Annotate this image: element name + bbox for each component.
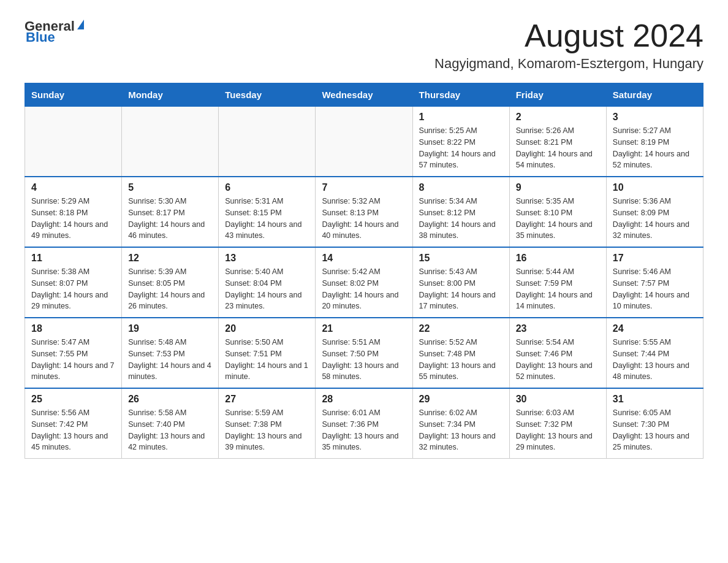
- calendar-cell-3-1: 11Sunrise: 5:38 AMSunset: 8:07 PMDayligh…: [25, 247, 122, 318]
- day-info: Sunrise: 5:35 AMSunset: 8:10 PMDaylight:…: [516, 196, 600, 242]
- day-number: 22: [419, 323, 503, 334]
- day-number: 28: [322, 394, 406, 405]
- day-info: Sunrise: 5:26 AMSunset: 8:21 PMDaylight:…: [516, 125, 600, 171]
- day-info: Sunrise: 5:50 AMSunset: 7:51 PMDaylight:…: [225, 337, 309, 383]
- calendar-cell-1-7: 3Sunrise: 5:27 AMSunset: 8:19 PMDaylight…: [606, 107, 703, 177]
- day-number: 23: [516, 323, 600, 334]
- day-info: Sunrise: 5:29 AMSunset: 8:18 PMDaylight:…: [31, 196, 115, 242]
- day-info: Sunrise: 5:42 AMSunset: 8:02 PMDaylight:…: [322, 266, 406, 312]
- month-year-title: August 2024: [434, 18, 703, 53]
- day-info: Sunrise: 6:02 AMSunset: 7:34 PMDaylight:…: [419, 407, 503, 453]
- day-number: 8: [419, 182, 503, 193]
- day-number: 5: [128, 182, 212, 193]
- day-info: Sunrise: 5:55 AMSunset: 7:44 PMDaylight:…: [613, 337, 697, 383]
- day-number: 21: [322, 323, 406, 334]
- logo: General Blue: [25, 18, 84, 45]
- calendar-cell-2-4: 7Sunrise: 5:32 AMSunset: 8:13 PMDaylight…: [316, 177, 412, 247]
- weekday-header-friday: Friday: [509, 83, 606, 107]
- day-info: Sunrise: 6:05 AMSunset: 7:30 PMDaylight:…: [613, 407, 697, 453]
- day-number: 14: [322, 253, 406, 264]
- calendar-cell-3-7: 17Sunrise: 5:46 AMSunset: 7:57 PMDayligh…: [606, 247, 703, 318]
- calendar-header-row: SundayMondayTuesdayWednesdayThursdayFrid…: [25, 83, 703, 107]
- week-row-2: 4Sunrise: 5:29 AMSunset: 8:18 PMDaylight…: [25, 177, 703, 247]
- weekday-header-wednesday: Wednesday: [316, 83, 412, 107]
- calendar-cell-1-5: 1Sunrise: 5:25 AMSunset: 8:22 PMDaylight…: [412, 107, 509, 177]
- day-info: Sunrise: 6:01 AMSunset: 7:36 PMDaylight:…: [322, 407, 406, 453]
- week-row-1: 1Sunrise: 5:25 AMSunset: 8:22 PMDaylight…: [25, 107, 703, 177]
- day-info: Sunrise: 5:54 AMSunset: 7:46 PMDaylight:…: [516, 337, 600, 383]
- week-row-4: 18Sunrise: 5:47 AMSunset: 7:55 PMDayligh…: [25, 318, 703, 388]
- day-info: Sunrise: 5:58 AMSunset: 7:40 PMDaylight:…: [128, 407, 212, 453]
- day-info: Sunrise: 5:34 AMSunset: 8:12 PMDaylight:…: [419, 196, 503, 242]
- day-number: 15: [419, 253, 503, 264]
- day-info: Sunrise: 5:47 AMSunset: 7:55 PMDaylight:…: [31, 337, 115, 383]
- day-info: Sunrise: 5:56 AMSunset: 7:42 PMDaylight:…: [31, 407, 115, 453]
- day-number: 25: [31, 394, 115, 405]
- calendar-cell-5-3: 27Sunrise: 5:59 AMSunset: 7:38 PMDayligh…: [219, 388, 316, 459]
- calendar-cell-4-6: 23Sunrise: 5:54 AMSunset: 7:46 PMDayligh…: [509, 318, 606, 388]
- day-info: Sunrise: 5:51 AMSunset: 7:50 PMDaylight:…: [322, 337, 406, 383]
- day-info: Sunrise: 5:44 AMSunset: 7:59 PMDaylight:…: [516, 266, 600, 312]
- page-header: General Blue August 2024 Nagyigmand, Kom…: [25, 18, 703, 72]
- calendar-cell-1-1: [25, 107, 122, 177]
- day-number: 7: [322, 182, 406, 193]
- day-info: Sunrise: 6:03 AMSunset: 7:32 PMDaylight:…: [516, 407, 600, 453]
- day-number: 20: [225, 323, 309, 334]
- calendar-cell-2-6: 9Sunrise: 5:35 AMSunset: 8:10 PMDaylight…: [509, 177, 606, 247]
- calendar-cell-1-6: 2Sunrise: 5:26 AMSunset: 8:21 PMDaylight…: [509, 107, 606, 177]
- calendar-cell-5-4: 28Sunrise: 6:01 AMSunset: 7:36 PMDayligh…: [316, 388, 412, 459]
- calendar-cell-1-3: [219, 107, 316, 177]
- calendar-table: SundayMondayTuesdayWednesdayThursdayFrid…: [25, 83, 703, 459]
- week-row-5: 25Sunrise: 5:56 AMSunset: 7:42 PMDayligh…: [25, 388, 703, 459]
- day-number: 11: [31, 253, 115, 264]
- logo-blue: Blue: [26, 29, 55, 45]
- calendar-cell-4-5: 22Sunrise: 5:52 AMSunset: 7:48 PMDayligh…: [412, 318, 509, 388]
- calendar-cell-3-4: 14Sunrise: 5:42 AMSunset: 8:02 PMDayligh…: [316, 247, 412, 318]
- calendar-cell-1-4: [316, 107, 412, 177]
- day-number: 2: [516, 112, 600, 123]
- calendar-cell-2-2: 5Sunrise: 5:30 AMSunset: 8:17 PMDaylight…: [122, 177, 219, 247]
- calendar-cell-4-4: 21Sunrise: 5:51 AMSunset: 7:50 PMDayligh…: [316, 318, 412, 388]
- day-number: 12: [128, 253, 212, 264]
- day-info: Sunrise: 5:43 AMSunset: 8:00 PMDaylight:…: [419, 266, 503, 312]
- calendar-cell-4-3: 20Sunrise: 5:50 AMSunset: 7:51 PMDayligh…: [219, 318, 316, 388]
- day-info: Sunrise: 5:39 AMSunset: 8:05 PMDaylight:…: [128, 266, 212, 312]
- logo-triangle-icon: [77, 20, 84, 29]
- day-info: Sunrise: 5:30 AMSunset: 8:17 PMDaylight:…: [128, 196, 212, 242]
- calendar-cell-3-6: 16Sunrise: 5:44 AMSunset: 7:59 PMDayligh…: [509, 247, 606, 318]
- day-number: 10: [613, 182, 697, 193]
- day-info: Sunrise: 5:59 AMSunset: 7:38 PMDaylight:…: [225, 407, 309, 453]
- calendar-cell-2-3: 6Sunrise: 5:31 AMSunset: 8:15 PMDaylight…: [219, 177, 316, 247]
- calendar-cell-3-5: 15Sunrise: 5:43 AMSunset: 8:00 PMDayligh…: [412, 247, 509, 318]
- day-info: Sunrise: 5:40 AMSunset: 8:04 PMDaylight:…: [225, 266, 309, 312]
- day-number: 9: [516, 182, 600, 193]
- day-info: Sunrise: 5:31 AMSunset: 8:15 PMDaylight:…: [225, 196, 309, 242]
- calendar-cell-4-1: 18Sunrise: 5:47 AMSunset: 7:55 PMDayligh…: [25, 318, 122, 388]
- day-number: 13: [225, 253, 309, 264]
- day-number: 31: [613, 394, 697, 405]
- day-number: 3: [613, 112, 697, 123]
- day-number: 30: [516, 394, 600, 405]
- day-number: 17: [613, 253, 697, 264]
- calendar-cell-1-2: [122, 107, 219, 177]
- day-number: 26: [128, 394, 212, 405]
- day-number: 29: [419, 394, 503, 405]
- weekday-header-tuesday: Tuesday: [219, 83, 316, 107]
- day-number: 24: [613, 323, 697, 334]
- day-info: Sunrise: 5:27 AMSunset: 8:19 PMDaylight:…: [613, 125, 697, 171]
- weekday-header-thursday: Thursday: [412, 83, 509, 107]
- calendar-cell-5-6: 30Sunrise: 6:03 AMSunset: 7:32 PMDayligh…: [509, 388, 606, 459]
- week-row-3: 11Sunrise: 5:38 AMSunset: 8:07 PMDayligh…: [25, 247, 703, 318]
- weekday-header-saturday: Saturday: [606, 83, 703, 107]
- location-subtitle: Nagyigmand, Komarom-Esztergom, Hungary: [434, 56, 703, 72]
- day-number: 19: [128, 323, 212, 334]
- calendar-cell-4-7: 24Sunrise: 5:55 AMSunset: 7:44 PMDayligh…: [606, 318, 703, 388]
- weekday-header-monday: Monday: [122, 83, 219, 107]
- calendar-cell-3-3: 13Sunrise: 5:40 AMSunset: 8:04 PMDayligh…: [219, 247, 316, 318]
- day-number: 6: [225, 182, 309, 193]
- day-number: 4: [31, 182, 115, 193]
- day-info: Sunrise: 5:32 AMSunset: 8:13 PMDaylight:…: [322, 196, 406, 242]
- title-block: August 2024 Nagyigmand, Komarom-Esztergo…: [434, 18, 703, 72]
- calendar-cell-3-2: 12Sunrise: 5:39 AMSunset: 8:05 PMDayligh…: [122, 247, 219, 318]
- calendar-cell-2-7: 10Sunrise: 5:36 AMSunset: 8:09 PMDayligh…: [606, 177, 703, 247]
